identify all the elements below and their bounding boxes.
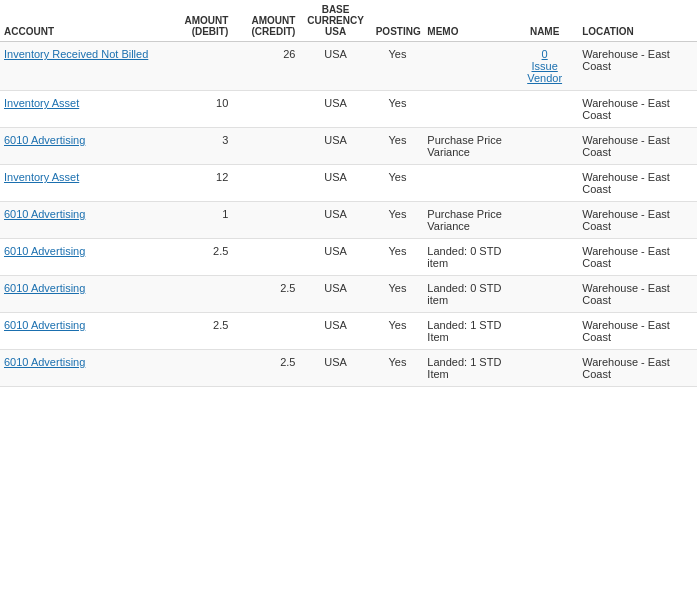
- name-cell: [511, 91, 578, 128]
- memo-cell: [423, 165, 511, 202]
- amount-debit-cell: 2.5: [165, 239, 232, 276]
- memo-cell: Landed: 0 STD item: [423, 239, 511, 276]
- amount-credit-cell: 2.5: [232, 350, 299, 387]
- account-cell: 6010 Advertising: [0, 202, 165, 239]
- memo-cell: Landed: 0 STD item: [423, 276, 511, 313]
- account-link[interactable]: Inventory Asset: [4, 171, 79, 183]
- base-currency-cell: USA: [299, 276, 371, 313]
- amount-debit-cell: 10: [165, 91, 232, 128]
- amount-credit-cell: [232, 128, 299, 165]
- account-link[interactable]: Inventory Asset: [4, 97, 79, 109]
- posting-cell: Yes: [372, 202, 424, 239]
- amount-credit-cell: [232, 165, 299, 202]
- posting-cell: Yes: [372, 350, 424, 387]
- amount-credit-cell: [232, 239, 299, 276]
- amount-debit-cell: [165, 42, 232, 91]
- account-cell: Inventory Received Not Billed: [0, 42, 165, 91]
- location-cell: Warehouse - East Coast: [578, 128, 697, 165]
- base-currency-cell: USA: [299, 202, 371, 239]
- amount-credit-cell: [232, 91, 299, 128]
- account-cell: 6010 Advertising: [0, 239, 165, 276]
- posting-cell: Yes: [372, 239, 424, 276]
- account-cell: Inventory Asset: [0, 165, 165, 202]
- location-cell: Warehouse - East Coast: [578, 165, 697, 202]
- posting-cell: Yes: [372, 313, 424, 350]
- location-cell: Warehouse - East Coast: [578, 202, 697, 239]
- col-header-account: ACCOUNT: [0, 0, 165, 42]
- account-cell: 6010 Advertising: [0, 313, 165, 350]
- amount-debit-cell: 3: [165, 128, 232, 165]
- name-link[interactable]: Issue: [532, 60, 558, 72]
- account-cell: Inventory Asset: [0, 91, 165, 128]
- amount-credit-cell: 26: [232, 42, 299, 91]
- table-row: 6010 Advertising2.5USAYesLanded: 0 STD i…: [0, 276, 697, 313]
- table-row: 6010 Advertising2.5USAYesLanded: 1 STD I…: [0, 313, 697, 350]
- amount-debit-cell: 2.5: [165, 313, 232, 350]
- col-header-base-currency: BASECURRENCYUSA: [299, 0, 371, 42]
- account-link[interactable]: 6010 Advertising: [4, 282, 85, 294]
- col-header-amount-debit: AMOUNT(DEBIT): [165, 0, 232, 42]
- posting-cell: Yes: [372, 128, 424, 165]
- name-cell: [511, 165, 578, 202]
- account-cell: 6010 Advertising: [0, 350, 165, 387]
- location-cell: Warehouse - East Coast: [578, 239, 697, 276]
- account-cell: 6010 Advertising: [0, 128, 165, 165]
- base-currency-cell: USA: [299, 128, 371, 165]
- name-cell: [511, 128, 578, 165]
- col-header-name: NAME: [511, 0, 578, 42]
- account-link[interactable]: 6010 Advertising: [4, 245, 85, 257]
- location-cell: Warehouse - East Coast: [578, 313, 697, 350]
- base-currency-cell: USA: [299, 239, 371, 276]
- posting-cell: Yes: [372, 165, 424, 202]
- location-cell: Warehouse - East Coast: [578, 276, 697, 313]
- amount-credit-cell: 2.5: [232, 276, 299, 313]
- account-link[interactable]: 6010 Advertising: [4, 356, 85, 368]
- name-cell: [511, 202, 578, 239]
- location-cell: Warehouse - East Coast: [578, 91, 697, 128]
- amount-credit-cell: [232, 202, 299, 239]
- table-row: Inventory Received Not Billed26USAYes0Is…: [0, 42, 697, 91]
- name-link[interactable]: Vendor: [527, 72, 562, 84]
- name-cell: [511, 350, 578, 387]
- memo-cell: Purchase Price Variance: [423, 202, 511, 239]
- base-currency-cell: USA: [299, 313, 371, 350]
- table-row: Inventory Asset10USAYesWarehouse - East …: [0, 91, 697, 128]
- memo-cell: [423, 42, 511, 91]
- name-link[interactable]: 0: [542, 48, 548, 60]
- posting-cell: Yes: [372, 276, 424, 313]
- account-cell: 6010 Advertising: [0, 276, 165, 313]
- name-cell: [511, 276, 578, 313]
- name-cell: [511, 313, 578, 350]
- amount-debit-cell: 12: [165, 165, 232, 202]
- base-currency-cell: USA: [299, 91, 371, 128]
- table-row: 6010 Advertising2.5USAYesLanded: 1 STD I…: [0, 350, 697, 387]
- memo-cell: Landed: 1 STD Item: [423, 350, 511, 387]
- amount-debit-cell: 1: [165, 202, 232, 239]
- amount-debit-cell: [165, 350, 232, 387]
- amount-credit-cell: [232, 313, 299, 350]
- table-row: 6010 Advertising1USAYesPurchase Price Va…: [0, 202, 697, 239]
- table-row: 6010 Advertising3USAYesPurchase Price Va…: [0, 128, 697, 165]
- table-row: Inventory Asset12USAYesWarehouse - East …: [0, 165, 697, 202]
- posting-cell: Yes: [372, 42, 424, 91]
- amount-debit-cell: [165, 276, 232, 313]
- account-link[interactable]: Inventory Received Not Billed: [4, 48, 148, 60]
- name-cell: [511, 239, 578, 276]
- col-header-memo: MEMO: [423, 0, 511, 42]
- base-currency-cell: USA: [299, 42, 371, 91]
- name-cell: 0IssueVendor: [511, 42, 578, 91]
- posting-cell: Yes: [372, 91, 424, 128]
- memo-cell: Purchase Price Variance: [423, 128, 511, 165]
- col-header-location: LOCATION: [578, 0, 697, 42]
- account-link[interactable]: 6010 Advertising: [4, 319, 85, 331]
- base-currency-cell: USA: [299, 350, 371, 387]
- location-cell: Warehouse - East Coast: [578, 42, 697, 91]
- account-link[interactable]: 6010 Advertising: [4, 208, 85, 220]
- base-currency-cell: USA: [299, 165, 371, 202]
- memo-cell: [423, 91, 511, 128]
- table-row: 6010 Advertising2.5USAYesLanded: 0 STD i…: [0, 239, 697, 276]
- account-link[interactable]: 6010 Advertising: [4, 134, 85, 146]
- col-header-amount-credit: AMOUNT(CREDIT): [232, 0, 299, 42]
- col-header-posting: POSTING: [372, 0, 424, 42]
- memo-cell: Landed: 1 STD Item: [423, 313, 511, 350]
